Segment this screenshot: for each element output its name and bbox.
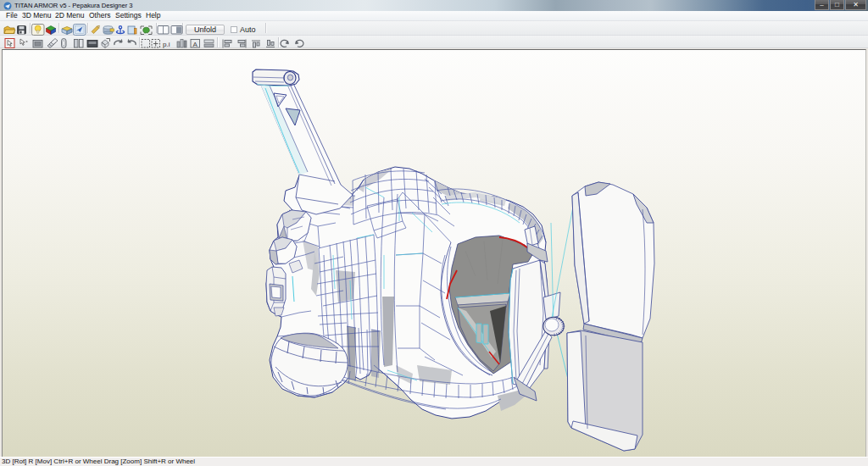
svg-text:A: A [193, 41, 198, 48]
svg-text:p.i: p.i [163, 41, 170, 48]
